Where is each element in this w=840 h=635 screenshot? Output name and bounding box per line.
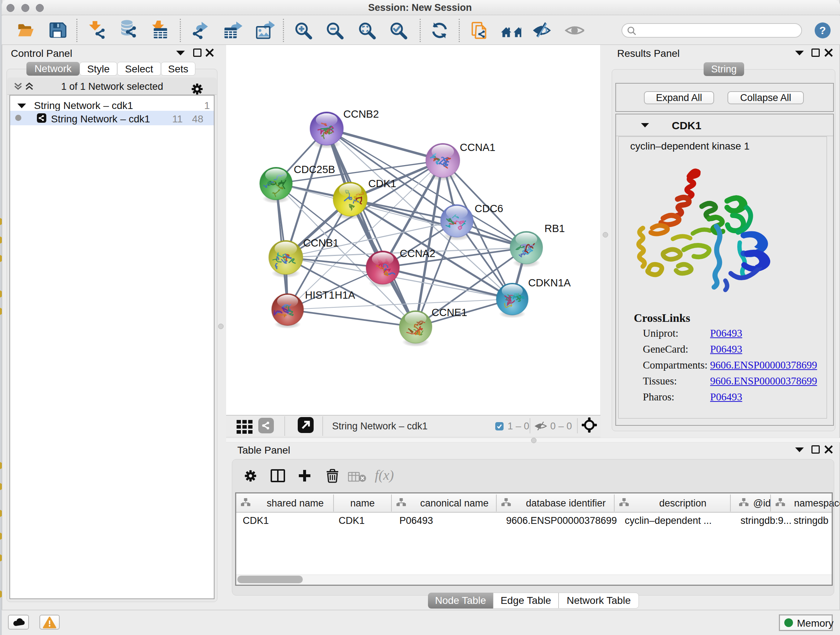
svg-text:CDC6: CDC6 [475, 203, 503, 214]
svg-text:CDK1: CDK1 [368, 178, 396, 189]
svg-text:CCNB2: CCNB2 [343, 108, 379, 120]
svg-text:CCNA1: CCNA1 [460, 141, 495, 153]
svg-text:CCNA2: CCNA2 [400, 248, 435, 259]
svg-text:HIST1H1A: HIST1H1A [305, 289, 355, 301]
svg-text:RB1: RB1 [545, 223, 565, 234]
svg-text:CDKN1A: CDKN1A [528, 277, 571, 288]
svg-text:CDC25B: CDC25B [294, 164, 335, 175]
svg-text:CCNB1: CCNB1 [303, 237, 339, 249]
svg-text:CCNE1: CCNE1 [431, 307, 467, 318]
